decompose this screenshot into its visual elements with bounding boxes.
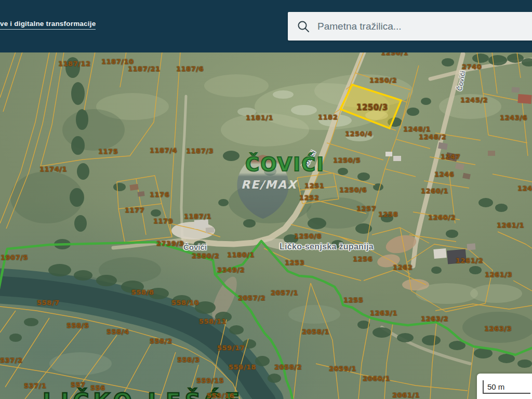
- settlement-name-label: LIČKO LEŠĆE: [43, 389, 244, 399]
- smart-search-box[interactable]: [288, 12, 532, 41]
- app-window: 1187/121187/101187/211187/61250/12740125…: [0, 0, 532, 399]
- search-icon: [297, 20, 310, 33]
- scale-bar: 50 m: [477, 374, 532, 399]
- map-canvas[interactable]: 1187/121187/101187/211187/61250/12740125…: [0, 0, 532, 399]
- ministry-link[interactable]: ve i digitalne transformacije: [0, 20, 96, 30]
- field-texture: [10, 74, 532, 375]
- top-header: ve i digitalne transformacije: [0, 0, 532, 52]
- search-input[interactable]: [317, 21, 532, 32]
- map-vector-overlay: [0, 0, 532, 399]
- scale-bar-text: 50 m: [487, 382, 504, 391]
